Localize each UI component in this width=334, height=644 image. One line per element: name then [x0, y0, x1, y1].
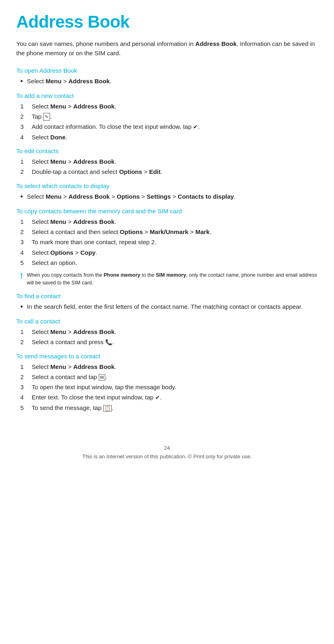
bullet-icon: •: [20, 192, 23, 202]
list-item: 3 To mark more than one contact, repeat …: [20, 237, 318, 247]
edit-icon: ✎: [43, 113, 50, 121]
message-icon: ✉: [99, 374, 105, 381]
section-title-copy: To copy contacts between the memory card…: [16, 208, 318, 215]
list-item: 2 Double-tap a contact and select Option…: [20, 167, 318, 176]
item-text: Enter text. To close the text input wind…: [32, 392, 162, 402]
list-item: 5 Select an option.: [20, 258, 318, 267]
item-text: Select a contact and tap ✉.: [32, 372, 107, 382]
section-title-call: To call a contact: [16, 318, 318, 325]
item-number: 4: [20, 248, 28, 257]
item-text: To mark more than one contact, repeat st…: [32, 237, 156, 247]
item-text: Select Menu > Address Book > Options > S…: [27, 192, 236, 201]
item-number: 2: [20, 167, 28, 176]
section-open: To open Address Book • Select Menu > Add…: [16, 67, 318, 87]
item-number: 1: [20, 217, 28, 226]
page-footer: 24 This is an Internet version of this p…: [16, 445, 318, 460]
list-item: 5 To send the message, tap 📋.: [20, 403, 318, 412]
list-item: 1 Select Menu > Address Book.: [20, 362, 318, 371]
section-title-send: To send messages to a contact: [16, 353, 318, 360]
item-text: To send the message, tap 📋.: [32, 403, 113, 412]
call-list: 1 Select Menu > Address Book. 2 Select a…: [16, 327, 318, 347]
item-text: Select Menu > Address Book.: [32, 217, 116, 226]
item-text: Select Done.: [32, 132, 67, 142]
copy-list: 1 Select Menu > Address Book. 2 Select a…: [16, 217, 318, 267]
section-find: To find a contact • In the search field,…: [16, 293, 318, 312]
item-number: 3: [20, 122, 28, 131]
item-number: 1: [20, 102, 28, 111]
item-text: Tap ✎.: [32, 112, 52, 121]
list-item: 1 Select Menu > Address Book.: [20, 217, 318, 226]
item-text: Select Menu > Address Book.: [32, 157, 116, 166]
note-box: ! When you copy contacts from the Phone …: [20, 271, 318, 287]
list-item: 4 Select Done.: [20, 132, 318, 142]
item-text: Add contact information. To close the te…: [32, 122, 200, 132]
item-number: 4: [20, 132, 28, 142]
item-number: 1: [20, 157, 28, 166]
item-text: To open the text input window, tap the m…: [32, 382, 176, 392]
section-title-select: To select which contacts to display: [16, 182, 318, 189]
item-number: 4: [20, 392, 28, 402]
list-item: 1 Select Menu > Address Book.: [20, 327, 318, 336]
section-send: To send messages to a contact 1 Select M…: [16, 353, 318, 413]
item-text: Select Menu > Address Book.: [32, 327, 116, 336]
list-item: 3 To open the text input window, tap the…: [20, 382, 318, 392]
item-number: 5: [20, 258, 28, 267]
section-title-add: To add a new contact: [16, 92, 318, 99]
send-icon: 📋: [103, 405, 112, 412]
call-icon: 📞: [105, 339, 112, 345]
item-number: 1: [20, 327, 28, 336]
bullet-icon: •: [20, 76, 23, 87]
section-copy: To copy contacts between the memory card…: [16, 208, 318, 287]
section-select: To select which contacts to display • Se…: [16, 182, 318, 202]
bullet-icon: •: [20, 302, 23, 312]
page-title: Address Book: [16, 12, 318, 32]
item-text: Select Menu > Address Book.: [32, 102, 116, 111]
list-item: 1 Select Menu > Address Book.: [20, 157, 318, 166]
item-number: 2: [20, 372, 28, 382]
checkmark-icon: ✔: [155, 394, 160, 401]
item-text: Select a contact and then select Options…: [32, 227, 211, 236]
list-item: 2 Select a contact and tap ✉.: [20, 372, 318, 382]
send-list: 1 Select Menu > Address Book. 2 Select a…: [16, 362, 318, 413]
list-item: 4 Enter text. To close the text input wi…: [20, 392, 318, 402]
list-item: • Select Menu > Address Book.: [16, 76, 318, 87]
intro-text: You can save names, phone numbers and pe…: [16, 39, 318, 58]
item-text: Select Options > Copy.: [32, 248, 97, 257]
item-number: 3: [20, 237, 28, 247]
list-item: 3 Add contact information. To close the …: [20, 122, 318, 132]
list-item: • Select Menu > Address Book > Options >…: [16, 192, 318, 202]
section-title-open: To open Address Book: [16, 67, 318, 74]
note-icon: !: [20, 272, 23, 280]
checkmark-icon: ✔: [193, 124, 198, 130]
item-text: Select an option.: [32, 258, 77, 267]
edit-list: 1 Select Menu > Address Book. 2 Double-t…: [16, 157, 318, 177]
section-call: To call a contact 1 Select Menu > Addres…: [16, 318, 318, 347]
item-number: 1: [20, 362, 28, 371]
list-item: 2 Select a contact and then select Optio…: [20, 227, 318, 236]
item-number: 3: [20, 382, 28, 392]
section-add: To add a new contact 1 Select Menu > Add…: [16, 92, 318, 142]
item-number: 2: [20, 227, 28, 236]
list-item: 4 Select Options > Copy.: [20, 248, 318, 257]
page-number: 24: [16, 445, 318, 451]
section-title-find: To find a contact: [16, 293, 318, 299]
list-item: 1 Select Menu > Address Book.: [20, 102, 318, 111]
list-item: 2 Tap ✎.: [20, 112, 318, 121]
list-item: • In the search field, enter the first l…: [16, 302, 318, 312]
item-number: 2: [20, 337, 28, 347]
list-item: 2 Select a contact and press 📞.: [20, 337, 318, 347]
item-text: Double-tap a contact and select Options …: [32, 167, 162, 176]
footer-text: This is an Internet version of this publ…: [16, 453, 318, 460]
section-edit: To edit contacts 1 Select Menu > Address…: [16, 147, 318, 177]
note-text: When you copy contacts from the Phone me…: [27, 271, 318, 287]
section-title-edit: To edit contacts: [16, 147, 318, 154]
add-list: 1 Select Menu > Address Book. 2 Tap ✎. 3…: [16, 102, 318, 142]
item-number: 5: [20, 403, 28, 412]
item-number: 2: [20, 112, 28, 121]
item-text: Select Menu > Address Book.: [27, 76, 111, 86]
item-text: In the search field, enter the first let…: [27, 302, 302, 311]
item-text: Select a contact and press 📞.: [32, 337, 114, 347]
item-text: Select Menu > Address Book.: [32, 362, 116, 371]
